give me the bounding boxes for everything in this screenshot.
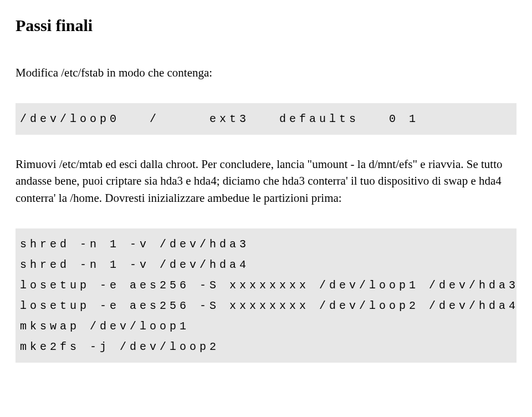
code-block-commands: shred -n 1 -v /dev/hda3 shred -n 1 -v /d… [16, 228, 516, 363]
section-title: Passi finali [16, 13, 516, 38]
paragraph-intro-2: Rimuovi /etc/mtab ed esci dalla chroot. … [16, 156, 516, 206]
paragraph-intro-1: Modifica /etc/fstab in modo che contenga… [16, 64, 516, 81]
code-block-fstab: /dev/loop0 / ext3 defaults 0 1 [16, 103, 516, 135]
